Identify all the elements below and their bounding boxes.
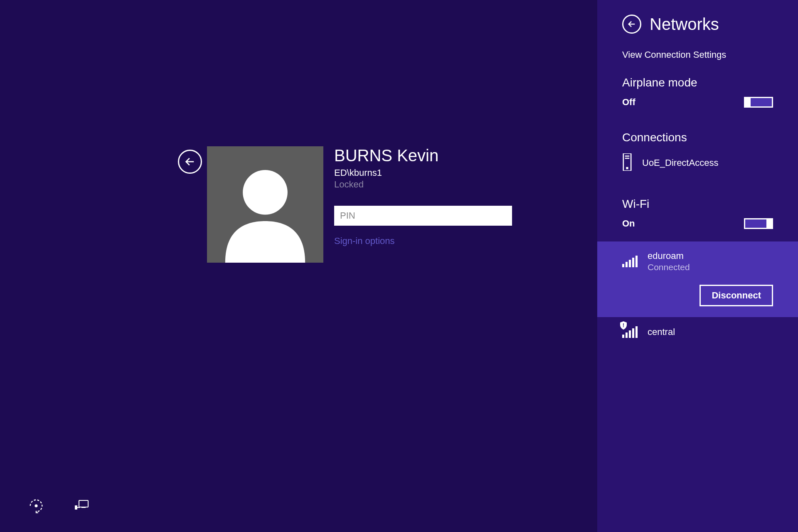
server-icon [622,153,632,172]
airplane-mode-heading: Airplane mode [622,76,773,89]
connection-label: UoE_DirectAccess [642,158,718,168]
svg-rect-10 [625,158,630,159]
wifi-item-eduroam[interactable]: eduroam Connected Disconnect [597,241,798,317]
corner-icons [28,498,89,515]
svg-rect-3 [79,500,88,507]
arrow-left-icon [184,156,196,167]
svg-rect-6 [77,507,80,508]
login-back-button[interactable] [178,150,202,174]
svg-point-1 [243,170,288,215]
user-avatar [207,146,323,263]
view-connection-settings-link[interactable]: View Connection Settings [622,49,773,60]
wifi-status: Connected [648,262,690,272]
lock-status: Locked [334,179,512,190]
network-tray-icon[interactable] [75,500,89,514]
disconnect-button[interactable]: Disconnect [699,285,773,306]
svg-point-2 [34,504,37,507]
airplane-mode-state: Off [622,97,635,108]
wifi-name: central [648,327,675,337]
login-area: BURNS Kevin ED\kburns1 Locked Sign-in op… [207,146,512,263]
wifi-toggle-row: On [622,218,773,229]
wifi-toggle[interactable] [744,218,773,229]
svg-rect-9 [625,155,630,157]
svg-rect-11 [626,167,628,169]
wifi-state: On [622,218,635,229]
svg-text:!: ! [623,323,624,328]
user-id: ED\kburns1 [334,167,512,178]
signin-options-link[interactable]: Sign-in options [334,236,512,246]
ease-of-access-icon[interactable] [28,498,44,515]
panel-back-button[interactable] [622,15,641,34]
arrow-left-icon [627,20,636,29]
signal-bars-icon [622,256,638,267]
panel-header: Networks [622,15,773,34]
person-icon [215,159,315,263]
connection-item[interactable]: UoE_DirectAccess [622,152,773,174]
signal-bars-secured-icon: ! [622,326,638,338]
svg-rect-5 [75,505,77,510]
networks-panel: Networks View Connection Settings Airpla… [597,0,798,532]
pin-input[interactable] [334,206,512,226]
panel-title: Networks [650,15,719,34]
wifi-heading: Wi-Fi [622,197,773,211]
airplane-mode-row: Off [622,97,773,108]
login-meta: BURNS Kevin ED\kburns1 Locked Sign-in op… [334,146,512,263]
wifi-name: eduroam [648,251,690,261]
connections-heading: Connections [622,131,773,144]
display-name: BURNS Kevin [334,146,512,165]
airplane-mode-toggle[interactable] [744,97,773,108]
wifi-item-central[interactable]: ! central [597,317,798,349]
svg-rect-4 [81,507,86,508]
